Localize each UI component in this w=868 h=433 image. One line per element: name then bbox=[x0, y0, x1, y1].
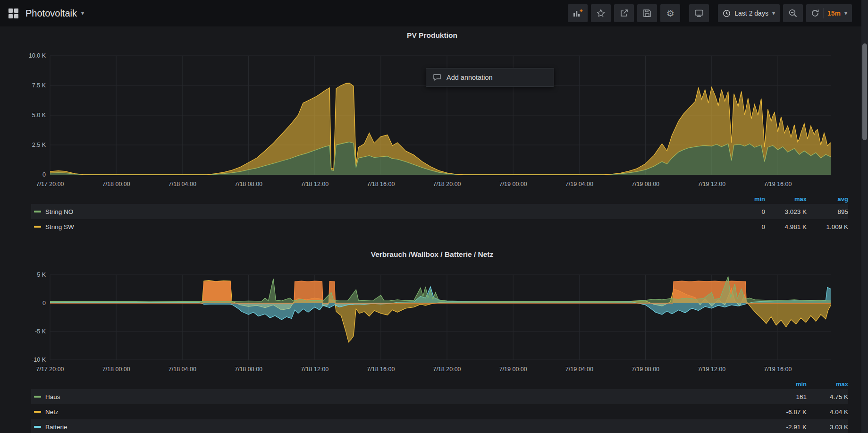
series-swatch[interactable] bbox=[34, 396, 41, 398]
svg-text:7/19 16:00: 7/19 16:00 bbox=[764, 366, 792, 373]
chevron-down-icon: ▾ bbox=[772, 10, 775, 16]
svg-text:7/18 20:00: 7/18 20:00 bbox=[433, 366, 461, 373]
series-name[interactable]: Batterie bbox=[45, 424, 765, 431]
avg-value: 895 bbox=[807, 208, 848, 215]
min-value: -6.87 K bbox=[765, 408, 807, 416]
scrollbar-thumb[interactable] bbox=[862, 43, 867, 140]
svg-text:7/19 00:00: 7/19 00:00 bbox=[499, 366, 527, 373]
dashboard-settings-button[interactable]: ⚙ bbox=[660, 4, 680, 22]
svg-text:7/18 00:00: 7/18 00:00 bbox=[102, 181, 130, 187]
max-value: 3.023 K bbox=[765, 208, 807, 215]
series-swatch[interactable] bbox=[34, 226, 41, 228]
svg-text:7/18 08:00: 7/18 08:00 bbox=[235, 366, 262, 373]
series-swatch[interactable] bbox=[34, 411, 41, 413]
legend-pv: min max avg String NO 0 3.023 K 895 Stri… bbox=[3, 191, 861, 239]
star-icon bbox=[596, 8, 606, 18]
chevron-down-icon: ▾ bbox=[844, 10, 847, 16]
max-value: 4.75 K bbox=[807, 393, 848, 400]
svg-text:7/18 04:00: 7/18 04:00 bbox=[169, 181, 196, 187]
page-scrollbar[interactable] bbox=[861, 0, 868, 433]
svg-text:-10 K: -10 K bbox=[32, 357, 46, 363]
legend-row-string-sw: String SW 0 4.981 K 1.009 K bbox=[31, 219, 848, 234]
panel-pv-produktion: PV Produktion 7/17 20:007/18 00:007/18 0… bbox=[3, 26, 861, 239]
svg-text:7/19 04:00: 7/19 04:00 bbox=[565, 366, 593, 373]
legend-sort-avg[interactable]: avg bbox=[807, 195, 848, 203]
panel-title[interactable]: PV Produktion bbox=[3, 26, 861, 44]
svg-text:7/18 04:00: 7/18 04:00 bbox=[169, 366, 196, 373]
svg-text:-5 K: -5 K bbox=[35, 328, 46, 335]
legend-sort-min[interactable]: min bbox=[765, 381, 807, 388]
pv-produktion-chart[interactable]: 7/17 20:007/18 00:007/18 04:007/18 08:00… bbox=[3, 44, 852, 191]
series-swatch[interactable] bbox=[34, 211, 41, 212]
svg-text:7/18 12:00: 7/18 12:00 bbox=[301, 181, 329, 187]
panel-verbrauch: Verbrauch /Wallbox / Batterie / Netz 7/1… bbox=[3, 246, 861, 433]
series-name[interactable]: Netz bbox=[45, 408, 765, 416]
tv-mode-button[interactable] bbox=[689, 4, 709, 22]
add-annotation-menu-item[interactable]: Add annotation bbox=[426, 68, 554, 87]
svg-text:5.0 K: 5.0 K bbox=[32, 112, 46, 119]
svg-text:10.0 K: 10.0 K bbox=[29, 52, 46, 59]
min-value: 161 bbox=[765, 393, 807, 400]
avg-value: 1.009 K bbox=[807, 223, 848, 230]
legend-verbrauch: min max Haus 161 4.75 K Netz -6.87 K 4.0… bbox=[3, 376, 861, 433]
svg-text:7/19 00:00: 7/19 00:00 bbox=[499, 181, 527, 187]
min-value: -2.91 K bbox=[765, 424, 807, 431]
refresh-picker[interactable]: 15m ▾ bbox=[806, 4, 852, 22]
legend-sort-min[interactable]: min bbox=[724, 195, 765, 203]
legend-sort-max[interactable]: max bbox=[807, 381, 848, 388]
max-value: 3.03 K bbox=[807, 424, 848, 431]
svg-text:7/19 16:00: 7/19 16:00 bbox=[764, 181, 792, 187]
svg-text:7/19 12:00: 7/19 12:00 bbox=[698, 366, 725, 373]
max-value: 4.04 K bbox=[807, 408, 848, 416]
gear-icon: ⚙ bbox=[666, 9, 674, 18]
min-value: 0 bbox=[724, 223, 765, 230]
svg-text:0: 0 bbox=[42, 171, 46, 178]
svg-text:7/18 16:00: 7/18 16:00 bbox=[367, 366, 395, 373]
chevron-down-icon: ▾ bbox=[81, 10, 84, 16]
max-value: 4.981 K bbox=[765, 223, 807, 230]
time-range-label: Last 2 days bbox=[734, 9, 768, 17]
series-name[interactable]: String SW bbox=[45, 223, 724, 230]
svg-text:7/18 08:00: 7/18 08:00 bbox=[235, 181, 262, 187]
dashboard-body: PV Produktion 7/17 20:007/18 00:007/18 0… bbox=[0, 26, 861, 433]
zoom-out-time-button[interactable] bbox=[783, 4, 803, 22]
svg-text:2.5 K: 2.5 K bbox=[32, 142, 46, 148]
series-name[interactable]: String NO bbox=[45, 208, 724, 215]
refresh-icon bbox=[811, 9, 819, 17]
save-dashboard-button[interactable] bbox=[637, 4, 657, 22]
svg-text:7/17 20:00: 7/17 20:00 bbox=[36, 366, 64, 373]
verbrauch-chart[interactable]: 7/17 20:007/18 00:007/18 04:007/18 08:00… bbox=[3, 263, 852, 376]
svg-text:7/19 04:00: 7/19 04:00 bbox=[565, 181, 593, 187]
legend-row-haus: Haus 161 4.75 K bbox=[31, 389, 848, 404]
legend-sort-max[interactable]: max bbox=[765, 195, 807, 203]
add-panel-icon bbox=[573, 8, 583, 18]
legend-row-batterie: Batterie -2.91 K 3.03 K bbox=[31, 419, 848, 433]
add-annotation-label: Add annotation bbox=[447, 74, 493, 81]
svg-text:7/18 20:00: 7/18 20:00 bbox=[433, 181, 461, 187]
add-panel-button[interactable] bbox=[568, 4, 588, 22]
refresh-interval-label: 15m bbox=[827, 9, 841, 17]
divider bbox=[823, 8, 824, 18]
annotation-comment-icon bbox=[433, 73, 441, 82]
star-dashboard-button[interactable] bbox=[591, 4, 611, 22]
dashboard-title: Photovoltaik bbox=[25, 8, 77, 19]
panel-title[interactable]: Verbrauch /Wallbox / Batterie / Netz bbox=[3, 246, 861, 263]
time-range-picker[interactable]: Last 2 days ▾ bbox=[718, 4, 780, 22]
series-swatch[interactable] bbox=[34, 426, 41, 428]
dashboards-grid-icon[interactable] bbox=[8, 8, 18, 18]
save-icon bbox=[643, 9, 651, 17]
svg-text:7.5 K: 7.5 K bbox=[32, 82, 46, 89]
legend-header: min max bbox=[31, 379, 848, 389]
series-name[interactable]: Haus bbox=[45, 393, 765, 400]
share-icon bbox=[619, 8, 629, 18]
share-dashboard-button[interactable] bbox=[614, 4, 634, 22]
svg-text:7/19 12:00: 7/19 12:00 bbox=[698, 181, 725, 187]
legend-header: min max avg bbox=[31, 194, 848, 204]
svg-text:0: 0 bbox=[42, 300, 46, 306]
legend-row-netz: Netz -6.87 K 4.04 K bbox=[31, 404, 848, 419]
svg-text:7/18 12:00: 7/18 12:00 bbox=[301, 366, 329, 373]
dashboard-title-picker[interactable]: Photovoltaik ▾ bbox=[25, 8, 84, 19]
navbar: Photovoltaik ▾ ⚙ Last 2 days ▾ bbox=[0, 0, 868, 26]
svg-text:7/18 00:00: 7/18 00:00 bbox=[102, 366, 130, 373]
svg-text:7/18 16:00: 7/18 16:00 bbox=[367, 181, 395, 187]
